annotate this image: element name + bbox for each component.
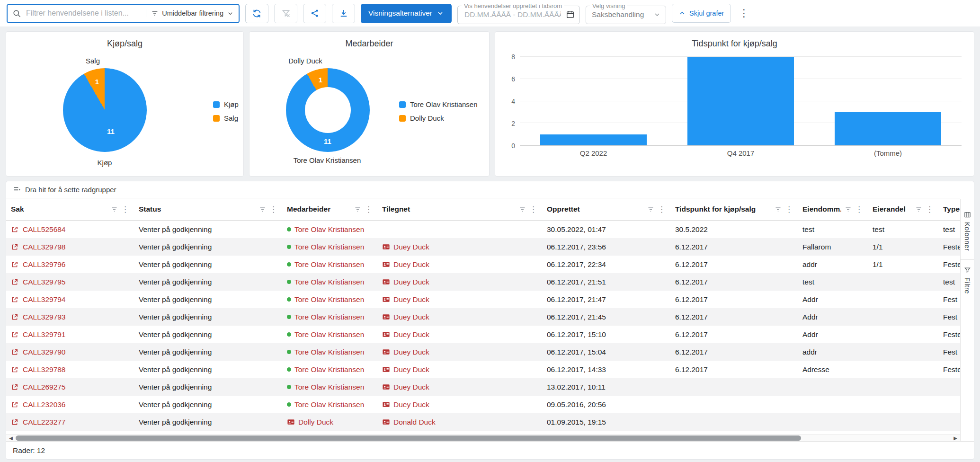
case-link[interactable]: CALL329790 — [11, 348, 66, 356]
column-header-status[interactable]: Status⋮ — [134, 198, 282, 220]
scrollbar-track[interactable] — [16, 435, 951, 441]
column-header-eiendomm[interactable]: Eiendomm...⋮ — [798, 198, 868, 220]
column-menu-icon[interactable]: ⋮ — [658, 204, 666, 214]
case-link[interactable]: CALL329798 — [11, 243, 66, 251]
column-menu-icon[interactable]: ⋮ — [785, 204, 793, 214]
case-link[interactable]: CALL269275 — [11, 383, 66, 391]
column-menu-icon[interactable]: ⋮ — [926, 204, 934, 214]
legend-item[interactable]: Tore Olav Kristiansen — [399, 100, 478, 108]
bar-tomme[interactable] — [835, 112, 941, 145]
column-menu-icon[interactable]: ⋮ — [529, 204, 537, 214]
case-link[interactable]: CALL329791 — [11, 330, 66, 339]
case-link[interactable]: CALL525684 — [11, 225, 66, 234]
quick-filter-dropdown[interactable]: Umiddelbar filtrering — [146, 9, 234, 17]
columns-panel-tab[interactable]: Kolonner — [963, 206, 971, 258]
bar-q4-2017[interactable] — [687, 57, 794, 145]
kjop-salg-pie-chart[interactable] — [63, 68, 147, 152]
table-row[interactable]: CALL329798Venter på godkjenningTore Olav… — [6, 238, 960, 256]
table-row[interactable]: CALL223277Venter på godkjenningDolly Duc… — [6, 413, 960, 431]
assignee-link[interactable]: Duey Duck — [382, 243, 429, 251]
assignee-link[interactable]: Duey Duck — [382, 278, 429, 286]
case-link[interactable]: CALL329796 — [11, 260, 66, 269]
table-row[interactable]: CALL525684Venter på godkjenningTore Olav… — [6, 221, 960, 238]
table-row[interactable]: CALL329790Venter på godkjenningTore Olav… — [6, 343, 960, 361]
filter-icon[interactable] — [845, 206, 852, 213]
assignee-link[interactable]: Duey Duck — [382, 383, 429, 391]
employee-link[interactable]: Tore Olav Kristiansen — [287, 348, 364, 356]
column-menu-icon[interactable]: ⋮ — [269, 204, 277, 214]
assignee-link[interactable]: Duey Duck — [382, 365, 429, 374]
column-header-tilegnet[interactable]: Tilegnet⋮ — [377, 198, 542, 220]
employee-link[interactable]: Dolly Duck — [287, 418, 333, 426]
column-menu-icon[interactable]: ⋮ — [365, 204, 373, 214]
case-link[interactable]: CALL329794 — [11, 295, 66, 304]
view-select[interactable]: Velg visning Saksbehandling — [586, 3, 666, 24]
refresh-button[interactable] — [245, 4, 268, 23]
employee-link[interactable]: Tore Olav Kristiansen — [287, 383, 364, 391]
assignee-link[interactable]: Donald Duck — [382, 418, 436, 426]
scroll-right-button[interactable]: ▶ — [951, 435, 960, 442]
employee-link[interactable]: Tore Olav Kristiansen — [287, 278, 364, 286]
table-row[interactable]: CALL232036Venter på godkjenningTore Olav… — [6, 396, 960, 413]
filter-icon[interactable] — [111, 206, 118, 213]
search-box[interactable]: Umiddelbar filtrering — [7, 4, 240, 23]
table-row[interactable]: CALL329791Venter på godkjenningTore Olav… — [6, 326, 960, 343]
column-header-type-re[interactable]: Type re...⋮ — [938, 198, 960, 220]
employee-link[interactable]: Tore Olav Kristiansen — [287, 313, 364, 321]
legend-item[interactable]: Dolly Duck — [399, 114, 478, 122]
download-button[interactable] — [332, 4, 355, 23]
assignee-link[interactable]: Duey Duck — [382, 295, 429, 304]
date-range-field[interactable]: Vis henvendelser opprettet i tidsrom — [457, 3, 580, 24]
employee-link[interactable]: Tore Olav Kristiansen — [287, 365, 364, 374]
column-header-eierandel[interactable]: Eierandel⋮ — [868, 198, 938, 220]
assignee-link[interactable]: Duey Duck — [382, 313, 429, 321]
date-range-input[interactable] — [463, 10, 562, 19]
case-link[interactable]: CALL329793 — [11, 313, 66, 321]
employee-link[interactable]: Tore Olav Kristiansen — [287, 295, 364, 304]
column-menu-icon[interactable]: ⋮ — [121, 204, 129, 214]
employee-link[interactable]: Tore Olav Kristiansen — [287, 225, 364, 234]
column-header-medarbeider[interactable]: Medarbeider⋮ — [282, 198, 377, 220]
employee-link[interactable]: Tore Olav Kristiansen — [287, 400, 364, 409]
search-input[interactable] — [25, 9, 142, 18]
view-options-button[interactable]: Visningsalternativer — [361, 4, 452, 23]
scrollbar-thumb[interactable] — [16, 435, 801, 441]
table-row[interactable]: CALL329795Venter på godkjenningTore Olav… — [6, 273, 960, 291]
case-link[interactable]: CALL329788 — [11, 365, 66, 374]
case-link[interactable]: CALL329795 — [11, 278, 66, 286]
employee-link[interactable]: Tore Olav Kristiansen — [287, 260, 364, 269]
filter-icon[interactable] — [915, 206, 922, 213]
assignee-link[interactable]: Duey Duck — [382, 400, 429, 409]
assignee-link[interactable]: Duey Duck — [382, 260, 429, 269]
case-link[interactable]: CALL223277 — [11, 418, 66, 426]
column-menu-icon[interactable]: ⋮ — [855, 204, 863, 214]
scroll-left-button[interactable]: ◀ — [6, 435, 16, 442]
bar-q2-2022[interactable] — [540, 134, 647, 145]
row-group-dropzone[interactable]: Dra hit for å sette radgrupper — [6, 181, 960, 198]
assignee-link[interactable]: Duey Duck — [382, 348, 429, 356]
case-link[interactable]: CALL232036 — [11, 400, 66, 409]
table-row[interactable]: CALL329794Venter på godkjenningTore Olav… — [6, 291, 960, 308]
filter-icon[interactable] — [519, 206, 526, 213]
employee-link[interactable]: Tore Olav Kristiansen — [287, 330, 364, 339]
calendar-icon[interactable] — [566, 10, 575, 19]
chevron-down-icon[interactable] — [653, 11, 661, 18]
filters-panel-tab[interactable]: Filtre — [963, 262, 971, 301]
table-row[interactable]: CALL329788Venter på godkjenningTore Olav… — [6, 361, 960, 378]
assignee-link[interactable]: Duey Duck — [382, 330, 429, 339]
column-header-sak[interactable]: Sak⋮ — [6, 198, 134, 220]
share-button[interactable] — [303, 4, 326, 23]
column-header-tidspunkt-for-kj-p-salg[interactable]: Tidspunkt for kjøp/salg⋮ — [670, 198, 798, 220]
horizontal-scrollbar[interactable]: ◀ ▶ — [6, 434, 960, 441]
filter-icon[interactable] — [775, 206, 782, 213]
filter-icon[interactable] — [259, 206, 266, 213]
filter-icon[interactable] — [354, 206, 361, 213]
clear-filter-button[interactable] — [274, 4, 297, 23]
filter-icon[interactable] — [647, 206, 654, 213]
table-row[interactable]: CALL269275Venter på godkjenningTore Olav… — [6, 378, 960, 396]
table-row[interactable]: CALL329796Venter på godkjenningTore Olav… — [6, 256, 960, 273]
employee-link[interactable]: Tore Olav Kristiansen — [287, 243, 364, 251]
toolbar-menu-button[interactable]: ⋮ — [737, 7, 751, 19]
table-row[interactable]: CALL329793Venter på godkjenningTore Olav… — [6, 308, 960, 326]
hide-graphs-button[interactable]: Skjul grafer — [672, 4, 731, 23]
